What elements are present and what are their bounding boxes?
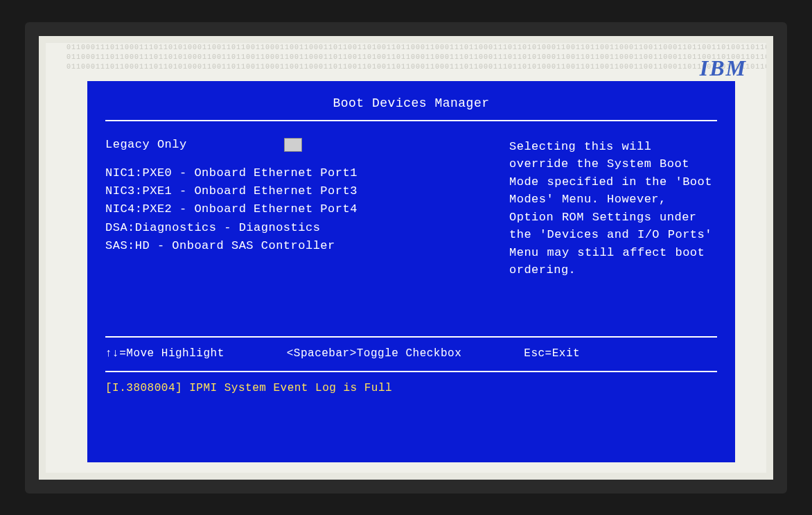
status-message: [I.3808004] IPMI System Event Log is Ful…	[105, 372, 717, 394]
help-column: Selecting this will override the System …	[509, 138, 717, 336]
binary-decoration: 0110001110110001110110101000110011011001…	[46, 43, 766, 85]
bios-panel: Boot Devices Manager Legacy Only NIC1:PX…	[87, 81, 735, 462]
footer-hints: ↑↓=Move Highlight <Spacebar>Toggle Check…	[105, 338, 717, 371]
hint-toggle: <Spacebar>Toggle Checkbox	[287, 347, 462, 360]
boot-item[interactable]: NIC4:PXE2 - Onboard Ethernet Port4	[105, 200, 488, 218]
ibm-logo: IBM	[700, 55, 747, 81]
boot-item[interactable]: NIC3:PXE1 - Onboard Ethernet Port3	[105, 182, 488, 200]
legacy-only-label: Legacy Only	[105, 138, 187, 151]
screen-background: 0110001110110001110110101000110011011001…	[46, 43, 766, 473]
legacy-only-checkbox[interactable]	[284, 138, 302, 152]
main-content: Legacy Only NIC1:PXE0 - Onboard Ethernet…	[105, 121, 717, 336]
legacy-only-row[interactable]: Legacy Only	[105, 138, 488, 152]
page-title: Boot Devices Manager	[105, 96, 717, 120]
left-column: Legacy Only NIC1:PXE0 - Onboard Ethernet…	[105, 138, 488, 336]
boot-item[interactable]: NIC1:PXE0 - Onboard Ethernet Port1	[105, 164, 488, 182]
hint-exit: Esc=Exit	[524, 347, 580, 360]
boot-device-list: NIC1:PXE0 - Onboard Ethernet Port1 NIC3:…	[105, 164, 488, 256]
help-text: Selecting this will override the System …	[509, 138, 714, 279]
boot-item[interactable]: SAS:HD - Onboard SAS Controller	[105, 237, 488, 255]
hint-move: ↑↓=Move Highlight	[105, 347, 224, 360]
boot-item[interactable]: DSA:Diagnostics - Diagnostics	[105, 219, 488, 237]
monitor-frame: 0110001110110001110110101000110011011001…	[25, 22, 787, 494]
